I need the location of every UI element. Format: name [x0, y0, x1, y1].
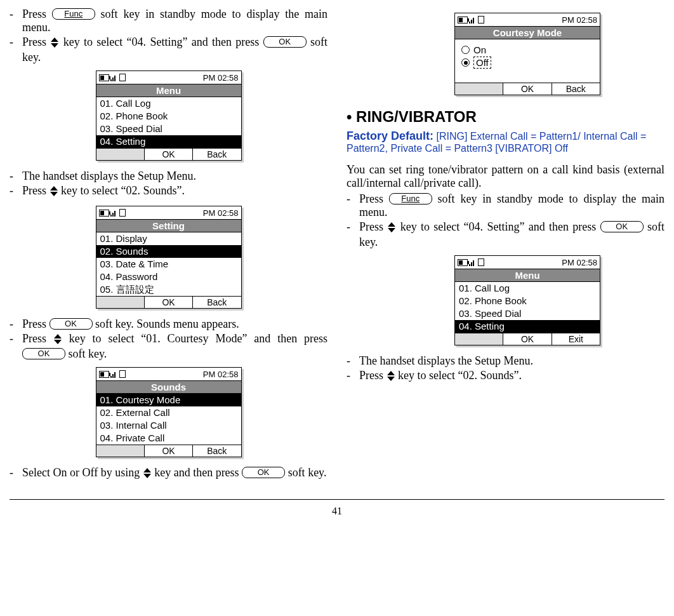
softkey-back: Back: [192, 445, 241, 457]
text: key to select “02. Sounds”.: [395, 369, 522, 382]
text: Press: [359, 192, 389, 205]
svg-marker-6: [143, 468, 151, 472]
radio-off-icon: [461, 46, 470, 54]
ok-key: OK: [22, 348, 65, 359]
ok-key: OK: [242, 467, 285, 478]
page-number: 41: [10, 506, 664, 517]
text: key and then press: [152, 466, 242, 479]
step: - Press key to select “02. Sounds”.: [10, 184, 327, 199]
step: - Press key to select “01. Courtesy Mode…: [10, 332, 327, 361]
phone-screen-courtesy: PM 02:58 Courtesy Mode On Off OK Back: [454, 13, 600, 95]
softkey-ok: OK: [144, 445, 192, 457]
factory-label: Factory Default:: [347, 130, 433, 142]
list-item: 04. Setting: [96, 135, 241, 148]
svg-marker-1: [51, 43, 58, 48]
svg-marker-11: [387, 377, 395, 381]
softkey-ok: OK: [144, 297, 192, 308]
text: Press: [22, 318, 50, 330]
text: soft key.: [285, 466, 326, 479]
list-item: 02. External Call: [96, 406, 241, 419]
list-item: 05. 言語設定: [96, 283, 241, 296]
text: The handset displays the Setup Menu.: [359, 354, 664, 368]
text: Press: [22, 36, 50, 48]
softkey-exit: Exit: [552, 333, 600, 345]
softkey-back: Back: [192, 149, 241, 160]
list-item: 03. Speed Dial: [96, 123, 241, 135]
svg-marker-9: [388, 228, 395, 232]
step: - Press key to select “02. Sounds”.: [347, 369, 664, 384]
list-item: 03. Date & Time: [96, 258, 241, 271]
text: soft key. Sounds menu appears.: [93, 318, 239, 330]
softkey-ok: OK: [144, 149, 192, 160]
svg-marker-4: [54, 334, 62, 338]
menu-list: 01. Courtesy Mode 02. External Call 03. …: [96, 393, 242, 445]
svg-marker-7: [143, 474, 151, 478]
text: The handset displays the Setup Menu.: [22, 170, 327, 183]
func-key: Func: [52, 8, 95, 20]
right-column: PM 02:58 Courtesy Mode On Off OK Back • …: [347, 6, 664, 483]
softkey-blank: [96, 445, 144, 457]
list-item: 01. Call Log: [455, 282, 600, 295]
softkey-back: Back: [552, 83, 600, 95]
status-icons: [99, 209, 126, 217]
phone-screen-setting: PM 02:58 Setting 01. Display 02. Sounds …: [96, 206, 242, 309]
clock: PM 02:58: [203, 370, 239, 379]
updown-icon: [387, 222, 396, 236]
text: key to select “04. Setting” and then pre…: [59, 36, 263, 48]
intro-text: You can set ring tone/vibrator pattern o…: [347, 163, 664, 190]
status-icons: [458, 16, 484, 23]
step: - Press Func soft key in standby mode to…: [347, 192, 664, 219]
clock: PM 02:58: [203, 208, 239, 218]
svg-marker-5: [54, 340, 62, 344]
updown-icon: [143, 468, 152, 481]
clock: PM 02:58: [562, 15, 597, 25]
softkey-ok: OK: [503, 83, 551, 95]
radio-on-icon: [461, 58, 470, 67]
screen-title: Courtesy Mode: [454, 26, 600, 39]
step: - The handset displays the Setup Menu.: [347, 354, 664, 368]
text: Press: [359, 369, 387, 382]
radio-list: On Off: [454, 39, 600, 83]
text: key to select “04. Setting” and then pre…: [396, 220, 600, 233]
list-item: 02. Phone Book: [455, 295, 600, 307]
radio-label: Off: [473, 57, 491, 69]
step: - The handset displays the Setup Menu.: [10, 170, 327, 183]
footer-rule: [10, 499, 664, 500]
svg-marker-8: [388, 222, 395, 227]
text: Press: [22, 332, 53, 345]
phone-screen-menu: PM 02:58 Menu 01. Call Log 02. Phone Boo…: [454, 255, 600, 345]
updown-icon: [53, 334, 62, 347]
phone-screen-menu: PM 02:58 Menu 01. Call Log 02. Phone Boo…: [96, 70, 242, 161]
list-item: 01. Display: [96, 232, 241, 245]
text: Press: [22, 184, 50, 197]
ok-key: OK: [50, 318, 93, 330]
step: - Press OK soft key. Sounds menu appears…: [10, 318, 327, 331]
softkey-blank: [96, 297, 144, 308]
text: Press: [359, 220, 387, 233]
screen-title: Sounds: [96, 380, 242, 393]
softkey-blank: [455, 83, 503, 95]
list-item: 02. Phone Book: [96, 110, 241, 123]
list-item: 04. Password: [96, 271, 241, 283]
clock: PM 02:58: [562, 258, 597, 267]
ok-key: OK: [600, 221, 644, 232]
text: Select On or Off by using: [22, 466, 143, 479]
list-item: 04. Private Call: [96, 432, 241, 445]
softkey-ok: OK: [503, 333, 551, 345]
list-item: 01. Call Log: [96, 97, 241, 110]
screen-title: Menu: [96, 84, 242, 97]
left-column: - Press Func soft key in standby mode to…: [10, 6, 327, 483]
updown-icon: [50, 186, 58, 199]
text: Press: [22, 8, 52, 20]
text: key to select “01. Courtesy Mode” and th…: [62, 332, 327, 345]
factory-default: Factory Default: [RING] External Call = …: [347, 130, 664, 154]
status-icons: [458, 258, 484, 266]
menu-list: 01. Call Log 02. Phone Book 03. Speed Di…: [454, 281, 600, 333]
ok-key: OK: [263, 36, 307, 48]
phone-screen-sounds: PM 02:58 Sounds 01. Courtesy Mode 02. Ex…: [96, 367, 242, 457]
list-item: 03. Speed Dial: [455, 307, 600, 320]
list-item: 03. Internal Call: [96, 419, 241, 432]
list-item: 01. Courtesy Mode: [96, 394, 241, 406]
updown-icon: [50, 37, 59, 51]
text: soft key.: [65, 347, 107, 360]
